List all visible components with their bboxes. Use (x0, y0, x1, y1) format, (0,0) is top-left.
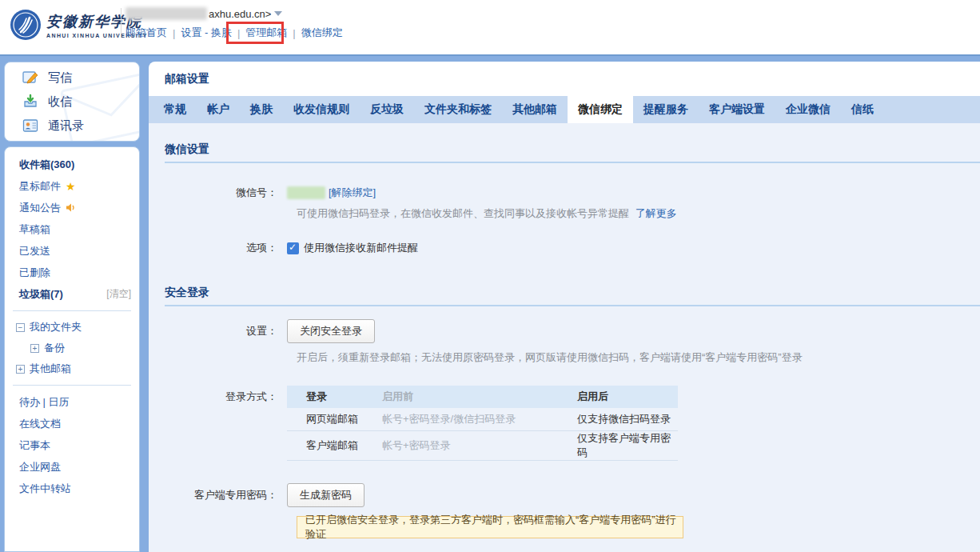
nav-wechat-bind[interactable]: 微信绑定 (301, 26, 343, 40)
sidebar-item-sent[interactable]: 已发送 (5, 240, 139, 262)
folder-label: 收件箱(360) (19, 158, 74, 172)
tab-wechat-bind[interactable]: 微信绑定 (568, 96, 633, 123)
university-logo-icon (10, 9, 42, 41)
sidebar-divider (13, 385, 131, 386)
secure-login-note: 开启后，须重新登录邮箱；无法使用原密码登录，网页版请使用微信扫码，客户端请使用“… (297, 351, 980, 364)
sidebar-item-junk[interactable]: 垃圾箱(7) [清空] (5, 283, 139, 305)
nav-mail-home[interactable]: 邮箱首页 (125, 26, 167, 40)
tab-enterprise-wechat[interactable]: 企业微信 (775, 96, 841, 123)
cell-client-before: 帐号+密码登录 (378, 430, 558, 460)
nav-separator: | (237, 27, 240, 39)
star-icon: ★ (66, 180, 76, 193)
client-password-label: 客户端专用密码： (149, 488, 287, 502)
tab-account[interactable]: 帐户 (197, 96, 240, 123)
tab-client-settings[interactable]: 客户端设置 (699, 96, 775, 123)
folder-label: 已发送 (19, 244, 50, 258)
sidebar-item-my-folders[interactable]: − 我的文件夹 (5, 317, 139, 338)
sidebar-item-drafts[interactable]: 草稿箱 (5, 218, 139, 240)
collapse-icon[interactable]: − (16, 323, 25, 332)
table-row: 客户端邮箱 帐号+密码登录 仅支持客户端专用密码 (287, 430, 678, 460)
tool-label: 企业网盘 (19, 460, 61, 474)
setting-label: 设置： (149, 324, 287, 338)
caret-down-icon[interactable] (274, 11, 282, 16)
tab-antispam[interactable]: 反垃圾 (360, 96, 414, 123)
empty-junk-link[interactable]: [清空] (106, 287, 131, 301)
contacts-icon (22, 118, 38, 134)
receive-icon (22, 94, 38, 110)
tab-stationery[interactable]: 信纸 (841, 96, 884, 123)
sidebar-item-starred[interactable]: 星标邮件 ★ (5, 175, 139, 197)
speaker-icon (66, 202, 76, 213)
tree-label: 我的文件夹 (30, 320, 82, 334)
checkbox-label: 使用微信接收新邮件提醒 (304, 241, 418, 255)
tab-mail-rules[interactable]: 收发信规则 (283, 96, 360, 123)
nav-settings-skin[interactable]: 设置 - 换肤 (181, 26, 232, 40)
wechat-description: 可使用微信扫码登录，在微信收发邮件、查找同事以及接收帐号异常提醒 了解更多 (297, 207, 980, 220)
content-frame: 写信 收信 通讯录 (0, 54, 980, 552)
section-heading-wechat: 微信设置 (165, 142, 980, 163)
client-password-row: 客户端专用密码： 生成新密码 (149, 483, 980, 507)
tab-folders-labels[interactable]: 文件夹和标签 (414, 96, 502, 123)
table-row: 网页端邮箱 帐号+密码登录/微信扫码登录 仅支持微信扫码登录 (287, 408, 678, 430)
email-domain-text: axhu.edu.cn> (209, 8, 271, 20)
compose-icon (22, 70, 38, 86)
close-secure-login-button[interactable]: 关闭安全登录 (287, 319, 375, 343)
tab-general[interactable]: 常规 (153, 96, 197, 123)
expand-icon[interactable]: + (30, 344, 39, 353)
sidebar-item-label: 写信 (48, 70, 72, 86)
folder-label: 星标邮件 (19, 179, 61, 194)
tool-label: 在线文档 (19, 417, 61, 431)
nav-manage-mail[interactable]: 管理邮箱 (245, 26, 287, 40)
sidebar-item-notepad[interactable]: 记事本 (5, 434, 139, 456)
tab-other-mailboxes[interactable]: 其他邮箱 (502, 96, 568, 123)
folder-label: 垃圾箱(7) (19, 287, 63, 302)
mail-settings-page: 安徽新华学院 ANHUI XINHUA UNIVERSITY axhu.edu.… (0, 0, 980, 552)
sidebar-item-contacts[interactable]: 通讯录 (5, 114, 139, 138)
sidebar-item-deleted[interactable]: 已删除 (5, 262, 139, 283)
sidebar-item-receive[interactable]: 收信 (5, 90, 139, 114)
col-header-after: 启用后 (558, 386, 678, 408)
settings-tab-bar: 常规 帐户 换肤 收发信规则 反垃圾 文件夹和标签 其他邮箱 微信绑定 提醒服务… (149, 96, 980, 123)
cell-client-mail: 客户端邮箱 (287, 430, 378, 460)
sidebar-item-label: 通讯录 (48, 118, 84, 134)
sidebar-item-label: 收信 (48, 94, 72, 110)
top-navigation: 邮箱首页 | 设置 - 换肤 | 管理邮箱 | 微信绑定 (125, 26, 343, 40)
wechat-id-row: 微信号： [解除绑定] (149, 186, 980, 200)
tree-label: 备份 (44, 341, 65, 355)
unbind-link[interactable]: [解除绑定] (329, 186, 376, 200)
folder-label: 通知公告 (19, 201, 61, 215)
tab-reminder-service[interactable]: 提醒服务 (633, 96, 699, 123)
folder-label: 草稿箱 (19, 222, 50, 237)
account-block: axhu.edu.cn> 邮箱首页 | 设置 - 换肤 | 管理邮箱 | 微信绑… (125, 6, 343, 40)
sidebar-item-backup[interactable]: + 备份 (5, 338, 139, 358)
main-panel: 邮箱设置 常规 帐户 换肤 收发信规则 反垃圾 文件夹和标签 其他邮箱 微信绑定… (149, 62, 980, 552)
nav-separator: | (293, 27, 295, 39)
options-label: 选项： (149, 241, 287, 255)
sidebar-item-enterprise-drive[interactable]: 企业网盘 (5, 456, 139, 478)
email-redacted-blur (125, 7, 207, 20)
sidebar-item-online-docs[interactable]: 在线文档 (5, 413, 139, 434)
learn-more-link[interactable]: 了解更多 (635, 207, 677, 219)
expand-icon[interactable]: + (16, 365, 25, 374)
option-value: 使用微信接收新邮件提醒 (287, 241, 418, 255)
tree-label: 其他邮箱 (30, 362, 71, 376)
tool-label: 记事本 (19, 438, 50, 453)
folder-label: 已删除 (19, 266, 50, 280)
sidebar-item-compose[interactable]: 写信 (5, 66, 139, 90)
sidebar-item-inbox[interactable]: 收件箱(360) (5, 154, 139, 175)
tool-label: 待办 | 日历 (19, 395, 70, 410)
sidebar-item-todo-calendar[interactable]: 待办 | 日历 (5, 391, 139, 413)
header-divider (121, 8, 122, 34)
wechat-id-redacted-blur (287, 186, 325, 199)
account-email[interactable]: axhu.edu.cn> (125, 6, 343, 21)
wechat-id-label: 微信号： (149, 186, 287, 200)
tab-skin[interactable]: 换肤 (240, 96, 283, 123)
wechat-notify-checkbox[interactable] (287, 242, 299, 254)
generate-password-button[interactable]: 生成新密码 (287, 483, 365, 507)
sidebar-item-announcements[interactable]: 通知公告 (5, 197, 139, 218)
sidebar-folders-card: 收件箱(360) 星标邮件 ★ 通知公告 草稿箱 已发送 (4, 146, 140, 552)
cell-web-mail: 网页端邮箱 (287, 408, 378, 430)
cell-web-before: 帐号+密码登录/微信扫码登录 (378, 408, 558, 430)
sidebar-item-file-transfer[interactable]: 文件中转站 (5, 478, 139, 499)
sidebar-item-other-mailboxes[interactable]: + 其他邮箱 (5, 358, 139, 379)
